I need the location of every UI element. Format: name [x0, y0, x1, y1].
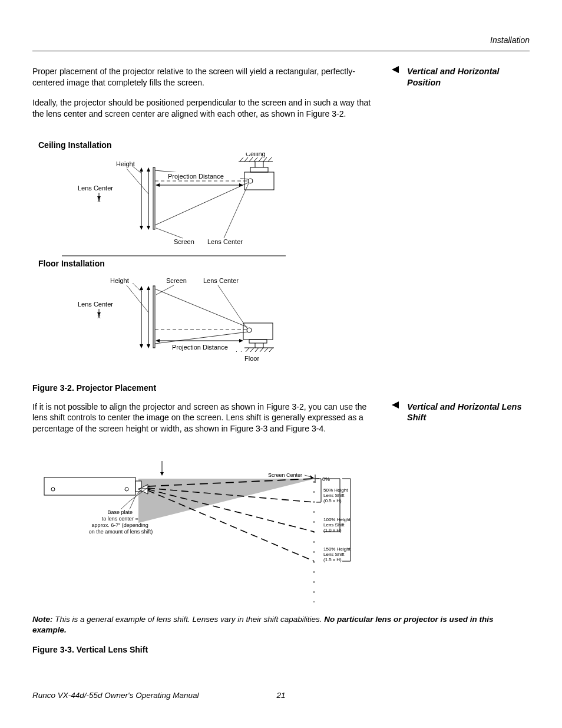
svg-marker-46	[140, 344, 143, 348]
label-ceiling: Ceiling	[246, 153, 266, 157]
svg-marker-80	[160, 472, 164, 476]
diagram-ceiling-svg: Ceiling Height Lens Center x Projection …	[32, 153, 286, 259]
svg-line-37	[127, 285, 148, 312]
arrow-left-icon	[392, 66, 402, 73]
label-lens-center-top: Lens Center	[203, 277, 239, 284]
svg-marker-71	[392, 401, 399, 409]
svg-line-61	[255, 348, 259, 352]
svg-marker-68	[156, 339, 160, 342]
diagram-floor-svg: Height Screen Lens Center Lens Center x	[32, 271, 286, 374]
label-shift-150: 150% HeightLens Shift(1.5 x H)	[323, 546, 351, 562]
label-zero-pct: 0%	[322, 476, 330, 482]
svg-rect-40	[153, 286, 155, 348]
intro-para-1: Proper placement of the projector relati…	[32, 66, 380, 88]
diagram-lens-shift-svg: 0% Screen Center 50% HeightLens Shift(0.…	[32, 455, 356, 605]
svg-marker-22	[147, 167, 150, 172]
note-text: Note: This is a general example of lens …	[32, 614, 530, 635]
svg-line-2	[240, 157, 243, 162]
svg-line-3	[244, 157, 248, 162]
svg-rect-53	[243, 323, 273, 340]
diagram-floor: Floor Installation Height Screen Lens Ce…	[32, 259, 530, 374]
svg-marker-69	[239, 339, 243, 342]
svg-line-41	[155, 289, 247, 327]
svg-line-38	[156, 285, 174, 295]
figure-3-2-caption: Figure 3-2. Projector Placement	[32, 383, 530, 393]
svg-point-11	[248, 179, 253, 183]
side-heading-position-text: Vertical and Horizontal Position	[407, 66, 530, 88]
label-lens-center-left-2: Lens Center	[78, 301, 113, 308]
svg-marker-31	[156, 183, 160, 187]
svg-line-25	[127, 169, 148, 194]
diagram-ceiling: Ceiling Installation Ceiling Height	[32, 140, 530, 259]
svg-marker-23	[147, 226, 150, 230]
svg-line-7	[263, 157, 267, 162]
svg-marker-0	[392, 66, 399, 73]
svg-line-8	[268, 157, 272, 162]
svg-rect-14	[153, 167, 155, 229]
note-prefix: Note:	[32, 615, 53, 624]
svg-point-54	[247, 328, 252, 332]
svg-line-5	[254, 157, 257, 162]
label-height: Height	[116, 160, 135, 167]
label-floor: Floor	[244, 355, 259, 362]
svg-line-24	[133, 166, 141, 173]
svg-line-4	[249, 157, 253, 162]
label-lens-center-bottom: Lens Center	[207, 238, 243, 245]
page-footer: Runco VX-44d/-55d Owner's Operating Manu…	[32, 691, 530, 700]
svg-marker-32	[239, 183, 243, 187]
label-screen-2: Screen	[166, 277, 187, 284]
svg-rect-10	[244, 172, 274, 190]
side-heading-position: Vertical and Horizontal Position	[392, 66, 530, 88]
label-height-2: Height	[110, 277, 129, 284]
label-screen-center: Screen Center	[268, 472, 302, 478]
svg-marker-19	[140, 167, 143, 172]
label-shift-100: 100% HeightLens Shift(1.0 x H)	[323, 517, 351, 533]
svg-line-16	[155, 183, 248, 225]
svg-rect-73	[44, 477, 135, 495]
diagram-ceiling-title: Ceiling Installation	[38, 140, 530, 150]
label-screen: Screen	[174, 238, 194, 245]
label-shift-50: 50% HeightLens Shift(0.5 x H)	[323, 487, 348, 503]
svg-line-33	[156, 228, 183, 238]
svg-marker-48	[147, 286, 150, 290]
svg-line-6	[259, 157, 262, 162]
svg-rect-55	[249, 340, 267, 343]
svg-marker-20	[140, 226, 143, 230]
header-rule	[32, 51, 530, 51]
svg-marker-45	[140, 286, 143, 290]
svg-line-36	[133, 283, 141, 292]
side-heading-lens-shift-text: Vertical and Horizontal Lens Shift	[407, 401, 530, 424]
svg-line-39	[218, 285, 247, 329]
svg-marker-84	[310, 475, 314, 479]
svg-line-63	[265, 348, 268, 352]
intro-para-2: Ideally, the projector should be positio…	[32, 97, 380, 120]
figure-3-3-caption: Figure 3-3. Vertical Lens Shift	[32, 645, 530, 654]
svg-line-42	[155, 332, 247, 344]
side-heading-lens-shift: Vertical and Horizontal Lens Shift	[392, 401, 530, 424]
label-proj-dist-2: Projection Distance	[172, 344, 228, 351]
svg-line-59	[246, 348, 249, 352]
label-proj-dist: Projection Distance	[168, 173, 224, 180]
header-section-label: Installation	[32, 35, 530, 45]
svg-line-62	[260, 348, 263, 352]
note-body: This is a general example of lens shift.…	[53, 615, 325, 624]
svg-line-64	[269, 348, 273, 352]
diagram-floor-title: Floor Installation	[38, 259, 530, 268]
footer-page-number: 21	[276, 691, 285, 700]
svg-marker-49	[147, 344, 150, 348]
lens-shift-para: If it is not possible to align the proje…	[32, 401, 380, 435]
label-lens-center-left: Lens Center	[78, 185, 113, 192]
svg-rect-9	[250, 167, 268, 172]
svg-line-60	[250, 348, 254, 352]
svg-line-34	[224, 183, 249, 238]
footer-manual-title: Runco VX-44d/-55d Owner's Operating Manu…	[32, 691, 199, 700]
arrow-left-icon	[392, 401, 402, 409]
